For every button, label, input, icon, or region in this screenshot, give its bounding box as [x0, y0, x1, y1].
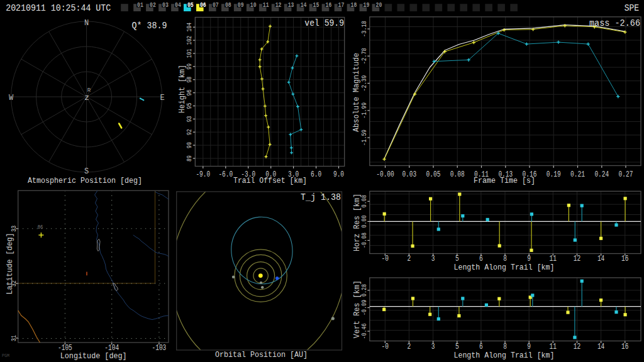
svg-text:90: 90 [186, 142, 193, 148]
svg-text:-0: -0 [382, 255, 389, 263]
svg-text:12: 12 [275, 1, 282, 9]
svg-text:0.27: 0.27 [619, 170, 633, 179]
svg-text:14: 14 [597, 255, 604, 263]
svg-text:-0.00: -0.00 [376, 170, 394, 179]
svg-text:Latitude [deg]: Latitude [deg] [6, 233, 15, 294]
svg-text:Longitude [deg]: Longitude [deg] [60, 351, 127, 361]
svg-text:06: 06 [38, 224, 43, 231]
svg-text:Horz Res [km]: Horz Res [km] [353, 194, 362, 251]
svg-text:0.08: 0.08 [450, 170, 465, 179]
svg-text:vel 59.9: vel 59.9 [304, 18, 344, 28]
svg-text:3: 3 [431, 255, 435, 263]
svg-text:0.03: 0.03 [402, 170, 416, 179]
svg-text:0.21: 0.21 [570, 170, 585, 179]
svg-text:PGM: PGM [2, 354, 9, 358]
svg-text:-3.18: -3.18 [360, 21, 368, 37]
svg-text:101: 101 [186, 48, 193, 58]
svg-text:92: 92 [186, 129, 193, 135]
svg-text:Length Along Trail [km]: Length Along Trail [km] [454, 263, 555, 272]
svg-text:Atmospheric Position [deg]: Atmospheric Position [deg] [28, 176, 142, 185]
svg-text:20: 20 [376, 1, 382, 9]
svg-text:01: 01 [137, 1, 143, 9]
svg-text:89: 89 [186, 155, 193, 162]
svg-text:13: 13 [288, 1, 294, 9]
svg-text:20210911 10:25:44 UTC: 20210911 10:25:44 UTC [6, 3, 111, 13]
svg-text:N: N [84, 19, 89, 28]
svg-text:19: 19 [364, 1, 370, 9]
svg-text:02: 02 [150, 1, 156, 9]
svg-text:12: 12 [574, 255, 580, 263]
svg-text:98: 98 [186, 77, 193, 83]
svg-text:14: 14 [301, 1, 307, 9]
svg-text:08: 08 [225, 1, 231, 9]
svg-text:99: 99 [186, 63, 193, 70]
svg-text:10: 10 [250, 1, 257, 9]
svg-text:Vert Res [km]: Vert Res [km] [353, 280, 362, 338]
svg-text:-9.0: -9.0 [196, 170, 210, 179]
svg-text:16: 16 [621, 343, 628, 351]
svg-text:-1.99: -1.99 [360, 102, 368, 119]
svg-text:R: R [87, 87, 91, 94]
svg-text:Trail Offset [km]: Trail Offset [km] [233, 176, 307, 185]
svg-text:Frame Time [s]: Frame Time [s] [474, 176, 535, 185]
svg-text:12: 12 [574, 343, 580, 351]
svg-text:31: 31 [10, 335, 18, 341]
svg-text:-1.59: -1.59 [360, 129, 368, 146]
svg-text:Height [km]: Height [km] [178, 65, 187, 113]
svg-text:93: 93 [186, 116, 193, 123]
svg-text:03: 03 [162, 1, 169, 9]
svg-text:16: 16 [326, 1, 332, 9]
svg-text:0.05: 0.05 [426, 170, 441, 179]
svg-text:05: 05 [187, 1, 194, 9]
svg-text:16: 16 [621, 255, 628, 263]
svg-text:6.0: 6.0 [311, 170, 321, 179]
svg-text:-6.0: -6.0 [218, 170, 233, 179]
svg-text:95: 95 [186, 103, 193, 109]
svg-text:W: W [9, 94, 14, 102]
svg-text:9.0: 9.0 [333, 170, 344, 179]
svg-text:T_j 1.38: T_j 1.38 [301, 192, 341, 202]
svg-text:-2.78: -2.78 [360, 48, 368, 64]
svg-text:96: 96 [186, 90, 193, 96]
svg-text:33: 33 [10, 226, 18, 232]
svg-text:11: 11 [263, 1, 269, 9]
svg-text:-103: -103 [152, 344, 167, 353]
svg-text:09: 09 [238, 1, 244, 9]
svg-text:07: 07 [213, 1, 219, 9]
svg-text:-2.39: -2.39 [360, 75, 368, 92]
svg-text:104: 104 [186, 23, 193, 32]
svg-text:04: 04 [175, 1, 181, 9]
svg-text:06: 06 [200, 1, 206, 9]
svg-text:0.24: 0.24 [594, 170, 609, 179]
svg-text:0.19: 0.19 [547, 170, 561, 179]
svg-text:102: 102 [186, 36, 193, 45]
svg-text:14: 14 [597, 343, 604, 351]
svg-text:17: 17 [338, 1, 345, 9]
svg-text:Length Along Trail [km]: Length Along Trail [km] [454, 351, 555, 360]
svg-text:18: 18 [351, 1, 357, 9]
svg-text:2: 2 [408, 255, 411, 263]
svg-text:S: S [84, 167, 89, 176]
svg-text:E: E [160, 94, 164, 102]
svg-text:2: 2 [408, 343, 411, 351]
svg-text:Z: Z [85, 94, 89, 102]
svg-text:Q* 38.9: Q* 38.9 [132, 21, 167, 31]
svg-text:-0: -0 [382, 343, 389, 351]
svg-text:3: 3 [431, 343, 435, 351]
svg-text:Orbital Position [AU]: Orbital Position [AU] [215, 350, 308, 359]
svg-text:Absolute Magnitude: Absolute Magnitude [352, 53, 361, 132]
svg-text:15: 15 [313, 1, 319, 9]
svg-text:SPE: SPE [625, 3, 640, 13]
